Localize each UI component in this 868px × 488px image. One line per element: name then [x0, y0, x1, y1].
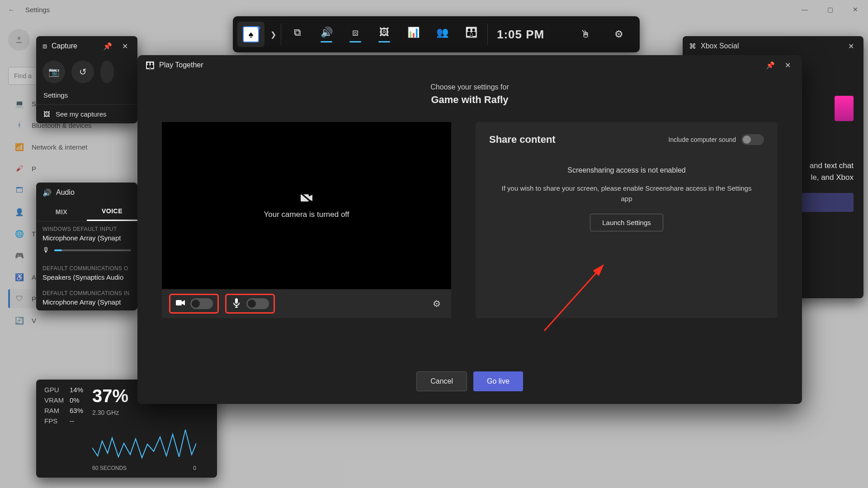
- gallery-icon: 🖼: [379, 27, 389, 38]
- screenshot-button[interactable]: 📷: [42, 61, 65, 83]
- capture-widget: ⧇ Capture 📌 ✕ 📷 ↺ Settings 🖼 See my capt…: [36, 36, 137, 123]
- nav-icon: 🎮: [14, 250, 24, 260]
- nav-icon: ♿: [14, 272, 24, 282]
- cancel-button[interactable]: Cancel: [416, 371, 467, 391]
- person-icon: [14, 35, 24, 44]
- play-together-brand: Play Together: [159, 61, 203, 69]
- user-avatar[interactable]: [8, 29, 30, 51]
- solitaire-icon: ♠: [243, 26, 259, 42]
- nav-icon: 💻: [14, 99, 24, 108]
- settings-nav-item[interactable]: 📶Network & internet: [8, 137, 153, 156]
- capture-icon: ⧇: [42, 42, 47, 50]
- pin-icon[interactable]: 📌: [101, 40, 114, 52]
- comm-in-device[interactable]: Microphone Array (Synapt: [36, 298, 137, 310]
- xbox-icon: ⌘: [689, 42, 696, 51]
- svg-point-0: [18, 37, 21, 40]
- comm-in-header: DEFAULT COMMUNICATIONS IN: [36, 286, 137, 298]
- choose-settings-subtitle: Choose your settings for: [137, 83, 802, 91]
- comm-out-header: DEFAULT COMMUNICATIONS O: [36, 261, 137, 273]
- perf-row: FPS--: [44, 417, 83, 425]
- window-controls: — ▢ ✕: [792, 0, 868, 19]
- nav-icon: 🛡: [14, 294, 24, 304]
- dock-capture-button[interactable]: ⧇: [341, 22, 370, 47]
- camera-toggle[interactable]: [190, 298, 213, 309]
- gamebar-dock: ♠ ❯ ⧉🔊⧇🖼📊👥👪 1:05 PM 🖱 ⚙: [233, 16, 640, 52]
- share-heading: Share content: [489, 134, 556, 145]
- include-sound-toggle[interactable]: [741, 134, 764, 145]
- camera-preview: Your camera is turned off: [162, 122, 451, 289]
- nav-icon: ᚼ: [14, 120, 24, 130]
- back-arrow-icon[interactable]: ←: [5, 6, 18, 14]
- teams-icon: 👪: [146, 61, 155, 70]
- maximize-icon[interactable]: ▢: [817, 0, 843, 19]
- perf-y-max: 0: [193, 465, 196, 471]
- social-illustration: [835, 96, 854, 121]
- svg-rect-4: [235, 298, 238, 304]
- mic-volume-slider[interactable]: [54, 249, 131, 251]
- dock-xbox-social-button[interactable]: 👥: [428, 22, 457, 47]
- capture-title: Capture: [52, 42, 77, 50]
- input-header: WINDOWS DEFAULT INPUT: [36, 221, 137, 234]
- mic-icon: [231, 298, 242, 310]
- close-icon[interactable]: ✕: [843, 0, 868, 19]
- settings-title: Settings: [25, 6, 50, 14]
- xbox-social-title: Xbox Social: [701, 42, 739, 50]
- camera-off-text: Your camera is turned off: [264, 210, 349, 219]
- audio-icon: 🔊: [321, 27, 333, 38]
- see-captures-link[interactable]: 🖼 See my captures: [36, 104, 137, 123]
- dock-gallery-button[interactable]: 🖼: [370, 22, 399, 47]
- screenshare-status: Screensharing access is not enabled: [489, 166, 764, 174]
- camera-icon: [175, 299, 186, 309]
- svg-rect-3: [176, 300, 182, 305]
- camera-toolbar: ⚙: [162, 289, 451, 318]
- record-last-button[interactable]: ↺: [71, 61, 94, 83]
- perf-row: VRAM0%: [44, 396, 83, 404]
- comm-out-device[interactable]: Speakers (Synaptics Audio: [36, 273, 137, 286]
- minimize-icon[interactable]: —: [792, 0, 817, 19]
- go-live-button[interactable]: Go live: [473, 371, 523, 391]
- cpu-clock: 2.30 GHz: [92, 409, 196, 416]
- nav-icon: 👤: [14, 207, 24, 217]
- widgets-icon: ⧉: [294, 27, 301, 38]
- nav-icon: 🖌: [14, 164, 24, 174]
- audio-title: Audio: [56, 188, 75, 197]
- input-device[interactable]: Microphone Array (Synapt: [36, 234, 137, 246]
- chevron-right-icon[interactable]: ❯: [267, 30, 279, 39]
- dock-teams-button[interactable]: 👪: [457, 22, 486, 47]
- capture-icon: ⧇: [352, 27, 359, 38]
- mic-icon[interactable]: 🎙: [42, 246, 50, 254]
- dock-audio-button[interactable]: 🔊: [312, 22, 341, 47]
- mic-toggle[interactable]: [246, 298, 269, 309]
- mic-toggle-group: [225, 294, 275, 314]
- nav-icon: 🗔: [14, 185, 24, 195]
- nav-icon: 📶: [14, 142, 24, 152]
- speaker-icon: 🔊: [42, 188, 52, 197]
- gallery-icon: 🖼: [43, 110, 50, 118]
- dock-settings-button[interactable]: ⚙: [604, 22, 633, 47]
- audio-widget: 🔊 Audio MIX VOICE WINDOWS DEFAULT INPUT …: [36, 183, 137, 310]
- record-button[interactable]: [100, 61, 114, 83]
- search-placeholder: Find a: [14, 72, 32, 80]
- mouse-icon[interactable]: 🖱: [571, 22, 600, 47]
- perf-x-label: 60 SECONDS: [92, 465, 127, 471]
- dock-widgets-button[interactable]: ⧉: [283, 22, 312, 47]
- tab-mix[interactable]: MIX: [36, 202, 87, 221]
- close-icon[interactable]: ✕: [118, 40, 131, 52]
- play-together-modal: 👪 Play Together 📌 ✕ Choose your settings…: [137, 55, 802, 404]
- nav-icon: 🌐: [14, 229, 24, 239]
- cpu-sparkline: [92, 416, 196, 461]
- capture-settings-link[interactable]: Settings: [36, 86, 137, 104]
- active-game-thumbnail[interactable]: ♠: [237, 22, 264, 47]
- perf-row: GPU14%: [44, 386, 83, 394]
- settings-nav-item[interactable]: 🖌P: [8, 159, 153, 178]
- close-icon[interactable]: ✕: [781, 59, 794, 71]
- perf-row: RAM63%: [44, 407, 83, 414]
- pin-icon[interactable]: 📌: [764, 59, 777, 71]
- settings-nav-item[interactable]: 🔄V: [8, 311, 153, 330]
- dock-performance-button[interactable]: 📊: [399, 22, 428, 47]
- launch-settings-button[interactable]: Launch Settings: [590, 214, 663, 231]
- device-settings-button[interactable]: ⚙: [429, 296, 444, 311]
- nav-icon: 🔄: [14, 315, 24, 325]
- close-icon[interactable]: ✕: [844, 40, 857, 52]
- tab-voice[interactable]: VOICE: [87, 202, 137, 221]
